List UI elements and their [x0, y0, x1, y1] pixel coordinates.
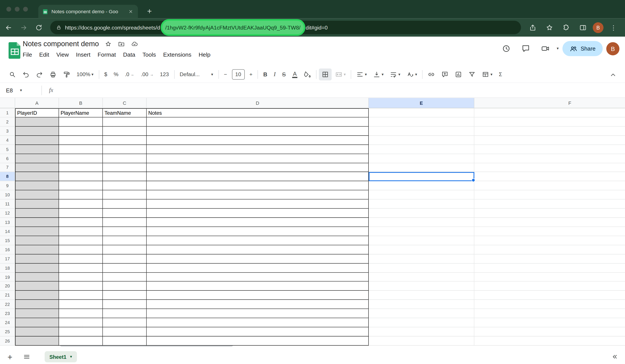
- insert-link-button[interactable]: [425, 68, 438, 80]
- horizontal-align-button[interactable]: ▾: [354, 68, 370, 80]
- increase-decimals-button[interactable]: .00→: [138, 68, 156, 80]
- menu-insert[interactable]: Insert: [72, 50, 94, 59]
- cell-C12[interactable]: [103, 209, 147, 218]
- cell-D18[interactable]: [147, 263, 369, 273]
- row-header-13[interactable]: 13: [0, 218, 15, 227]
- cell-E16[interactable]: [369, 245, 474, 254]
- column-header-A[interactable]: A: [15, 98, 59, 109]
- cell-B16[interactable]: [59, 245, 103, 254]
- cell-E5[interactable]: [369, 145, 474, 154]
- cell-C9[interactable]: [103, 181, 147, 191]
- cell-D16[interactable]: [147, 245, 369, 254]
- cell-B5[interactable]: [59, 145, 103, 154]
- format-percent-button[interactable]: %: [111, 68, 121, 80]
- cell-C16[interactable]: [103, 245, 147, 254]
- row-header-12[interactable]: 12: [0, 209, 15, 218]
- sheet-tab-sheet1[interactable]: Sheet1 ▾: [45, 351, 77, 362]
- cell-A15[interactable]: [15, 236, 59, 245]
- merge-cells-button[interactable]: ▾: [333, 68, 348, 80]
- row-header-11[interactable]: 11: [0, 199, 15, 209]
- cell-E19[interactable]: [369, 273, 474, 281]
- star-button[interactable]: [105, 41, 112, 47]
- cell-D15[interactable]: [147, 236, 369, 245]
- font-size-button[interactable]: 10: [232, 69, 245, 79]
- cell-C13[interactable]: [103, 218, 147, 227]
- cell-A4[interactable]: [15, 136, 59, 145]
- cell-F6[interactable]: [474, 154, 625, 163]
- cell-A11[interactable]: [15, 199, 59, 209]
- forward-button[interactable]: [17, 21, 30, 34]
- cell-A8[interactable]: [15, 172, 59, 181]
- cell-F13[interactable]: [474, 218, 625, 227]
- cell-C2[interactable]: [103, 117, 147, 126]
- cell-F12[interactable]: [474, 209, 625, 218]
- row-header-18[interactable]: 18: [0, 263, 15, 273]
- cell-E4[interactable]: [369, 136, 474, 145]
- cell-E12[interactable]: [369, 209, 474, 218]
- row-header-2[interactable]: 2: [0, 117, 15, 126]
- menu-view[interactable]: View: [53, 50, 72, 59]
- tab-close-button[interactable]: [127, 8, 134, 15]
- strikethrough-button[interactable]: S: [279, 68, 289, 80]
- cell-E11[interactable]: [369, 199, 474, 209]
- cell-A17[interactable]: [15, 254, 59, 263]
- row-header-19[interactable]: 19: [0, 273, 15, 281]
- row-header-1[interactable]: 1: [0, 108, 15, 117]
- zoom-button[interactable]: 100%▾: [74, 68, 96, 80]
- column-header-B[interactable]: B: [59, 98, 103, 109]
- cell-F24[interactable]: [474, 318, 625, 327]
- cell-B8[interactable]: [59, 172, 103, 181]
- cell-F26[interactable]: [474, 336, 625, 346]
- cell-F11[interactable]: [474, 199, 625, 209]
- back-button[interactable]: [1, 21, 15, 34]
- cell-F16[interactable]: [474, 245, 625, 254]
- cell-E22[interactable]: [369, 300, 474, 309]
- cell-E10[interactable]: [369, 191, 474, 199]
- cell-B22[interactable]: [59, 300, 103, 309]
- cell-A19[interactable]: [15, 273, 59, 281]
- cell-F1[interactable]: [474, 108, 625, 117]
- cell-B4[interactable]: [59, 136, 103, 145]
- cell-B23[interactable]: [59, 309, 103, 318]
- cell-F23[interactable]: [474, 309, 625, 318]
- cell-D10[interactable]: [147, 191, 369, 199]
- formula-input[interactable]: [53, 83, 625, 98]
- cell-F10[interactable]: [474, 191, 625, 199]
- column-header-D[interactable]: D: [147, 98, 369, 109]
- cell-D12[interactable]: [147, 209, 369, 218]
- decrease-font-size-button[interactable]: −: [221, 68, 230, 80]
- insert-comment-button[interactable]: [439, 68, 451, 80]
- cell-F14[interactable]: [474, 227, 625, 236]
- functions-button[interactable]: Σ: [496, 68, 505, 80]
- cell-E7[interactable]: [369, 163, 474, 172]
- menu-data[interactable]: Data: [120, 50, 139, 59]
- cell-B2[interactable]: [59, 117, 103, 126]
- cell-E9[interactable]: [369, 181, 474, 191]
- cell-C3[interactable]: [103, 126, 147, 136]
- row-header-3[interactable]: 3: [0, 126, 15, 136]
- borders-button[interactable]: [319, 68, 332, 80]
- row-header-21[interactable]: 21: [0, 291, 15, 300]
- row-header-23[interactable]: 23: [0, 309, 15, 318]
- cell-F17[interactable]: [474, 254, 625, 263]
- increase-font-size-button[interactable]: +: [247, 68, 255, 80]
- menu-tools[interactable]: Tools: [139, 50, 159, 59]
- row-header-5[interactable]: 5: [0, 145, 15, 154]
- menu-file[interactable]: File: [19, 50, 36, 59]
- menu-edit[interactable]: Edit: [36, 50, 53, 59]
- cell-F3[interactable]: [474, 126, 625, 136]
- cell-E2[interactable]: [369, 117, 474, 126]
- table-views-button[interactable]: ▾: [479, 68, 495, 80]
- cell-A18[interactable]: [15, 263, 59, 273]
- cell-B1[interactable]: PlayerName: [59, 108, 103, 117]
- row-header-22[interactable]: 22: [0, 300, 15, 309]
- cell-D25[interactable]: [147, 327, 369, 336]
- cell-B13[interactable]: [59, 218, 103, 227]
- row-header-16[interactable]: 16: [0, 245, 15, 254]
- cell-D9[interactable]: [147, 181, 369, 191]
- menu-help[interactable]: Help: [195, 50, 214, 59]
- row-header-9[interactable]: 9: [0, 181, 15, 191]
- cell-E8[interactable]: [369, 172, 474, 181]
- vertical-align-button[interactable]: ▾: [371, 68, 386, 80]
- cell-D4[interactable]: [147, 136, 369, 145]
